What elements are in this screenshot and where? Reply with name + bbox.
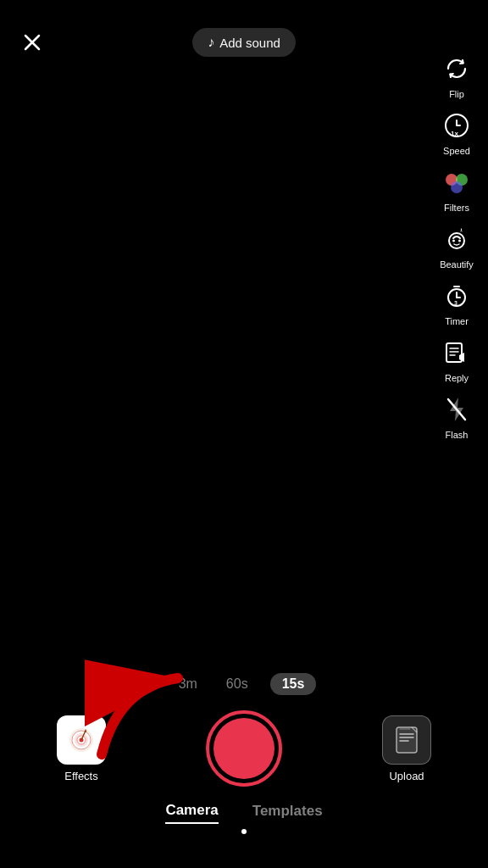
record-button-inner xyxy=(214,718,274,779)
add-sound-button[interactable]: ♪ Add sound xyxy=(192,28,296,57)
filters-icon xyxy=(439,164,474,200)
reply-button[interactable]: Reply xyxy=(435,335,478,383)
record-button[interactable] xyxy=(206,710,282,787)
top-bar: ♪ Add sound xyxy=(0,0,488,68)
flash-button[interactable]: Flash xyxy=(435,392,478,440)
right-sidebar: Flip 1x Speed Filters xyxy=(435,51,478,440)
beautify-icon xyxy=(439,221,474,257)
flash-icon xyxy=(439,392,474,427)
svg-text:3: 3 xyxy=(454,300,458,306)
duration-15s[interactable]: 15s xyxy=(270,673,317,695)
flip-label: Flip xyxy=(449,89,464,99)
filters-label: Filters xyxy=(444,203,469,213)
effects-icon xyxy=(57,715,106,765)
timer-label: Timer xyxy=(445,316,469,326)
dot-indicator xyxy=(241,829,247,834)
bottom-area: 3m 60s 15s Effects xyxy=(0,673,488,868)
music-icon: ♪ xyxy=(208,35,214,50)
tab-templates[interactable]: Templates xyxy=(252,803,323,823)
duration-selector: 3m 60s 15s xyxy=(172,673,317,695)
upload-icon xyxy=(382,715,431,765)
svg-point-7 xyxy=(449,233,464,248)
upload-button[interactable]: Upload xyxy=(325,715,488,782)
svg-text:1x: 1x xyxy=(451,130,458,137)
controls-row: Effects Upload xyxy=(0,710,488,787)
reply-icon xyxy=(439,335,474,370)
upload-label: Upload xyxy=(389,770,424,782)
svg-point-6 xyxy=(451,181,463,193)
add-sound-label: Add sound xyxy=(219,36,280,50)
timer-icon: 3 xyxy=(439,278,474,314)
timer-button[interactable]: 3 Timer xyxy=(435,278,478,326)
svg-point-9 xyxy=(458,240,461,242)
reply-label: Reply xyxy=(445,373,469,383)
close-button[interactable] xyxy=(17,27,47,58)
duration-3m[interactable]: 3m xyxy=(172,673,204,695)
flip-button[interactable]: Flip xyxy=(435,51,478,99)
flip-icon xyxy=(439,51,474,86)
bottom-tabs: Camera Templates xyxy=(165,802,322,824)
svg-rect-29 xyxy=(396,727,417,753)
tab-camera[interactable]: Camera xyxy=(165,802,218,824)
svg-point-8 xyxy=(452,240,455,242)
record-button-container xyxy=(163,710,325,787)
effects-button[interactable]: Effects xyxy=(0,715,163,782)
speed-button[interactable]: 1x Speed xyxy=(435,108,478,156)
speed-icon: 1x xyxy=(439,108,474,143)
beautify-button[interactable]: Beautify xyxy=(435,221,478,270)
beautify-label: Beautify xyxy=(440,259,474,270)
duration-60s[interactable]: 60s xyxy=(219,673,255,695)
filters-button[interactable]: Filters xyxy=(435,164,478,213)
speed-label: Speed xyxy=(443,146,470,156)
effects-label: Effects xyxy=(64,770,98,782)
flash-label: Flash xyxy=(446,430,469,440)
